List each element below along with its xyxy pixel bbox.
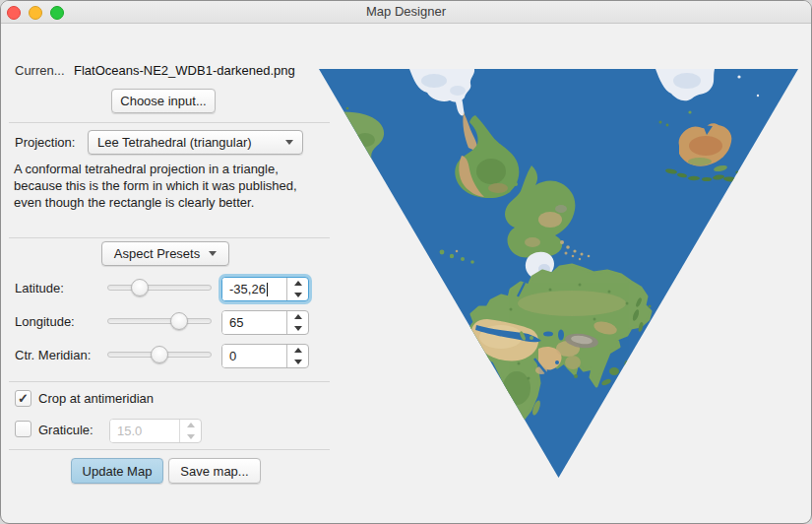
- update-map-button[interactable]: Update Map: [71, 458, 163, 484]
- current-filename: FlatOceans-NE2_WDB1-darkened.png: [74, 63, 295, 78]
- latitude-slider[interactable]: [107, 278, 212, 297]
- graticule-checkbox[interactable]: [15, 421, 31, 437]
- longitude-slider[interactable]: [107, 311, 212, 331]
- graticule-value: 15.0: [110, 420, 142, 442]
- graticule-stepper: [179, 420, 201, 442]
- longitude-stepper[interactable]: [286, 311, 308, 334]
- meridian-stepper[interactable]: [286, 345, 308, 367]
- longitude-spinbox[interactable]: 65: [221, 310, 309, 335]
- projection-label: Projection:: [15, 135, 75, 150]
- separator: [9, 381, 330, 382]
- separator: [9, 237, 330, 238]
- step-up-icon[interactable]: [287, 278, 308, 290]
- main-content: Curren... FlatOceans-NE2_WDB1-darkened.p…: [1, 24, 811, 523]
- step-up-icon[interactable]: [287, 345, 308, 357]
- meridian-spinbox[interactable]: 0: [221, 344, 309, 368]
- latitude-spinbox[interactable]: -35,26: [221, 277, 309, 301]
- current-file-label: Curren...: [15, 63, 65, 78]
- meridian-label: Ctr. Meridian:: [15, 348, 91, 362]
- separator: [9, 122, 330, 123]
- slider-thumb[interactable]: [131, 279, 149, 296]
- crop-label: Crop at antimeridian: [38, 391, 154, 406]
- save-map-button[interactable]: Save map...: [168, 458, 261, 484]
- graticule-label: Graticule:: [38, 423, 94, 437]
- choose-input-button[interactable]: Choose input...: [111, 89, 216, 113]
- map-canvas[interactable]: [314, 24, 812, 523]
- meridian-slider[interactable]: [107, 345, 212, 364]
- longitude-label: Longitude:: [15, 314, 75, 329]
- title-bar[interactable]: Map Designer: [1, 1, 811, 24]
- step-down-icon[interactable]: [287, 290, 308, 301]
- slider-track[interactable]: [107, 285, 212, 291]
- chevron-down-icon: [285, 140, 293, 145]
- step-down-icon[interactable]: [287, 323, 308, 335]
- latitude-label: Latitude:: [15, 281, 64, 295]
- app-window: Map Designer Curren... FlatOceans-NE2_WD…: [0, 0, 812, 524]
- projection-description: A conformal tetrahedral projection in a …: [14, 161, 323, 211]
- step-down-icon[interactable]: [287, 357, 308, 368]
- crop-checkbox[interactable]: ✓: [15, 390, 31, 407]
- window-title: Map Designer: [1, 4, 811, 19]
- aspect-presets-button[interactable]: Aspect Presets: [101, 241, 229, 266]
- aspect-presets-label: Aspect Presets: [114, 246, 200, 261]
- longitude-value[interactable]: 65: [222, 311, 243, 334]
- slider-thumb[interactable]: [170, 312, 188, 330]
- projection-selected: Lee Tetrahedral (triangular): [97, 135, 252, 150]
- step-up-icon[interactable]: [287, 311, 308, 323]
- latitude-value[interactable]: -35,26: [222, 278, 268, 300]
- slider-track[interactable]: [107, 318, 212, 324]
- chevron-down-icon: [209, 251, 217, 256]
- separator: [9, 449, 330, 450]
- text-caret: [267, 283, 268, 296]
- graticule-spinbox: 15.0: [109, 419, 202, 443]
- checkmark-icon: ✓: [18, 392, 29, 405]
- latitude-stepper[interactable]: [286, 278, 308, 300]
- step-down-icon: [180, 431, 201, 443]
- meridian-value[interactable]: 0: [222, 345, 236, 367]
- step-up-icon: [180, 420, 201, 431]
- slider-thumb[interactable]: [151, 346, 168, 363]
- projection-dropdown[interactable]: Lee Tetrahedral (triangular): [88, 130, 303, 155]
